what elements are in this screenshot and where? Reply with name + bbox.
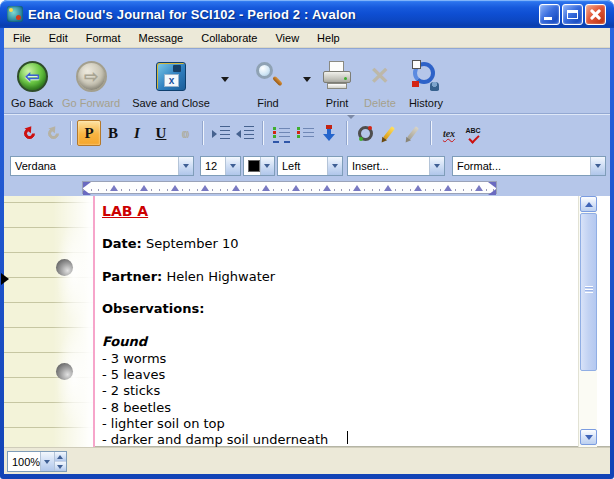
underline-button[interactable]: U — [149, 120, 173, 146]
doc-found-heading: Found — [102, 334, 555, 350]
paragraph-style-button[interactable]: P — [77, 120, 101, 146]
highlighter-button[interactable] — [377, 120, 401, 146]
doc-list-item: - 8 beetles — [102, 400, 555, 416]
delete-button: ✕ Delete — [360, 49, 400, 109]
menu-message[interactable]: Message — [130, 30, 193, 46]
move-down-button[interactable] — [317, 120, 341, 146]
highlighter-disabled-button — [401, 120, 425, 146]
spinner-down[interactable] — [55, 462, 66, 471]
status-bar: 100% — [4, 447, 610, 474]
sync-button[interactable] — [353, 120, 377, 146]
zoom-spinner[interactable] — [54, 452, 66, 471]
scrollbar-thumb[interactable] — [580, 213, 597, 371]
magnifier-icon — [253, 60, 283, 92]
font-family-select[interactable]: Verdana — [10, 156, 194, 176]
chevron-up-icon — [585, 202, 593, 207]
bold-button[interactable]: B — [101, 120, 125, 146]
bullet-list-icon — [273, 127, 290, 140]
chevron-down-icon — [221, 77, 229, 82]
menu-help[interactable]: Help — [308, 30, 349, 46]
menu-format[interactable]: Format — [77, 30, 130, 46]
maximize-icon — [567, 10, 578, 19]
toolbar-grip[interactable] — [347, 115, 355, 119]
undo-button[interactable] — [17, 120, 41, 146]
chevron-down-icon — [303, 77, 311, 82]
color-swatch — [248, 160, 260, 172]
document-text[interactable]: LAB A Date: September 10 Partner: Helen … — [95, 196, 555, 449]
save-and-close-button[interactable]: x Save and Close — [126, 49, 216, 109]
save-and-close-dropdown[interactable] — [216, 49, 234, 109]
go-forward-button: ⇨ Go Forward — [60, 49, 122, 109]
doc-line-observations: Observations: — [102, 301, 555, 317]
font-toolbar: Verdana 12 Left Insert... Format... — [4, 152, 610, 180]
spinner-up[interactable] — [55, 452, 66, 462]
indent-increase-button[interactable] — [209, 120, 233, 146]
format-toolbar: P B I U (()) tex ABC — [4, 113, 610, 152]
doc-list-item: - 5 leaves — [102, 367, 555, 383]
find-button[interactable]: Find — [238, 49, 298, 109]
zoom-control[interactable]: 100% — [7, 451, 67, 472]
chevron-down-icon[interactable] — [260, 157, 274, 175]
ruler-row — [4, 180, 610, 196]
app-icon — [7, 6, 23, 22]
redo-icon — [45, 125, 61, 141]
quote-button: (()) — [173, 120, 197, 146]
back-circle-icon: ⇦ — [17, 61, 48, 92]
numbered-list-icon — [297, 127, 314, 140]
autocorrect-button[interactable]: tex — [437, 120, 461, 146]
highlighter-pen-icon — [383, 126, 395, 139]
main-toolbar: ⇦ Go Back ⇨ Go Forward x Save and Close … — [4, 48, 610, 113]
ruler[interactable] — [82, 181, 497, 194]
x-mark-icon: ✕ — [370, 64, 390, 88]
minimize-button[interactable] — [539, 4, 560, 25]
zoom-dropdown[interactable] — [40, 452, 53, 471]
indent-decrease-icon — [236, 126, 254, 140]
chevron-down-icon[interactable] — [590, 157, 605, 175]
minimize-icon — [544, 17, 552, 20]
highlighter-pen-disabled-icon — [407, 126, 419, 139]
vertical-scrollbar[interactable] — [578, 196, 597, 447]
menu-file[interactable]: File — [4, 30, 40, 46]
history-globe-icon — [410, 60, 442, 92]
chevron-down-icon[interactable] — [225, 157, 240, 175]
indent-decrease-button[interactable] — [233, 120, 257, 146]
insert-select[interactable]: Insert... — [347, 156, 445, 176]
font-color-select[interactable] — [243, 156, 275, 176]
close-button[interactable] — [585, 4, 606, 25]
scroll-down-button[interactable] — [580, 429, 597, 445]
redo-button — [41, 120, 65, 146]
history-button[interactable]: History — [400, 49, 452, 109]
chevron-down-icon[interactable] — [429, 157, 444, 175]
menu-view[interactable]: View — [266, 30, 308, 46]
zoom-level: 100% — [8, 456, 40, 468]
spellcheck-icon: ABC — [465, 127, 480, 134]
go-back-button[interactable]: ⇦ Go Back — [4, 49, 60, 109]
chevron-down-icon[interactable] — [327, 157, 342, 175]
binder-hole — [56, 259, 73, 276]
menu-bar: File Edit Format Message Collaborate Vie… — [4, 28, 610, 48]
doc-list-item: - lighter soil on top — [102, 416, 555, 432]
doc-list-item: - 3 worms — [102, 351, 555, 367]
spellcheck-button[interactable]: ABC — [461, 120, 485, 146]
format-select[interactable]: Format... — [452, 156, 606, 176]
doc-line-partner: Partner: Helen Highwater — [102, 269, 555, 285]
font-size-select[interactable]: 12 — [200, 156, 241, 176]
paragraph-marker — [1, 273, 9, 285]
numbered-list-button[interactable] — [293, 120, 317, 146]
title-bar[interactable]: Edna Cloud's Journal for SCI102 - Period… — [0, 0, 614, 28]
document-area[interactable]: LAB A Date: September 10 Partner: Helen … — [4, 196, 610, 447]
bullet-list-button[interactable] — [269, 120, 293, 146]
alignment-select[interactable]: Left — [277, 156, 343, 176]
find-dropdown[interactable] — [298, 49, 316, 109]
undo-icon — [21, 125, 37, 141]
menu-collaborate[interactable]: Collaborate — [192, 30, 266, 46]
chevron-down-icon[interactable] — [178, 157, 193, 175]
maximize-button[interactable] — [562, 4, 583, 25]
chevron-down-icon — [44, 460, 50, 464]
print-button[interactable]: Print — [316, 49, 358, 109]
doc-list-item: - 2 sticks — [102, 383, 555, 399]
scroll-up-button[interactable] — [580, 196, 597, 212]
italic-button[interactable]: I — [125, 120, 149, 146]
doc-heading: LAB A — [102, 203, 555, 219]
menu-edit[interactable]: Edit — [40, 30, 77, 46]
